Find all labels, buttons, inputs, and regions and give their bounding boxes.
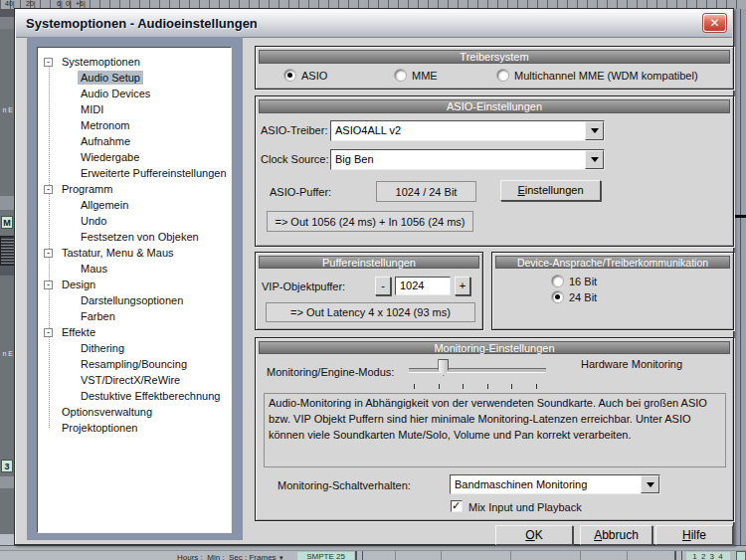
tree-item[interactable]: Projektoptionen bbox=[38, 420, 231, 436]
bit-depth-radio-option[interactable]: 24 Bit bbox=[552, 290, 597, 303]
switch-behavior-value[interactable]: Bandmaschinen Monitoring bbox=[451, 475, 641, 493]
track-fader[interactable] bbox=[0, 236, 15, 266]
radio-icon[interactable] bbox=[395, 70, 406, 81]
dialog-titlebar[interactable]: Systemoptionen - Audioeinstellungen ✕ bbox=[16, 10, 732, 38]
radio-icon[interactable] bbox=[497, 70, 508, 81]
tree-item[interactable]: - Tastatur, Menu & Maus bbox=[38, 245, 231, 261]
asio-latency-info: => Out 1056 (24 ms) + In 1056 (24 ms) bbox=[267, 211, 473, 232]
bit-depth-radio-option[interactable]: 16 Bit bbox=[552, 275, 597, 287]
radio-label[interactable]: 24 Bit bbox=[569, 291, 597, 303]
track-number-button[interactable]: 3 bbox=[1, 460, 13, 472]
tree-item-label[interactable]: Projektoptionen bbox=[59, 421, 140, 435]
buffer-settings-group: Puffereinstellungen VIP-Objektpuffer: - … bbox=[255, 252, 483, 330]
tree-item-label[interactable]: Festsetzen von Objeken bbox=[78, 230, 202, 244]
tree-item-label[interactable]: Audio Devices bbox=[78, 87, 153, 100]
radio-label[interactable]: Multichannel MME (WDM kompatibel) bbox=[514, 70, 698, 82]
chevron-down-icon[interactable] bbox=[585, 150, 604, 169]
tree-item-label[interactable]: Allgemein bbox=[78, 198, 131, 212]
asio-settings-button[interactable]: Einstellungen bbox=[500, 180, 601, 201]
tree-item[interactable]: - Systemoptionen bbox=[38, 54, 231, 70]
tree-item-label[interactable]: Resampling/Bouncing bbox=[78, 357, 190, 371]
tree-item-label[interactable]: VST/DirectX/ReWire bbox=[78, 373, 183, 387]
clock-source-label: Clock Source: bbox=[261, 153, 328, 165]
asio-driver-select[interactable]: ASIO4ALL v2 bbox=[330, 120, 605, 141]
tree-expander-icon[interactable]: - bbox=[44, 185, 53, 194]
chevron-down-icon[interactable] bbox=[641, 475, 659, 493]
radio-label[interactable]: 16 Bit bbox=[569, 276, 597, 287]
radio-icon[interactable] bbox=[284, 70, 295, 81]
mute-button[interactable]: M bbox=[1, 216, 13, 229]
slider-track[interactable] bbox=[409, 368, 546, 373]
tree-item[interactable]: Festsetzen von Objeken bbox=[38, 229, 231, 245]
tree-item[interactable]: Maus bbox=[38, 261, 231, 277]
tree-item[interactable]: Dithering bbox=[38, 340, 231, 356]
tree-item[interactable]: Resampling/Bouncing bbox=[38, 356, 231, 372]
tree-item[interactable]: Audio Setup bbox=[38, 70, 231, 86]
ok-button[interactable]: OK bbox=[495, 525, 573, 545]
track-band bbox=[0, 9, 14, 17]
mix-input-label[interactable]: Mix Input und Playback bbox=[468, 501, 582, 513]
tree-item-label[interactable]: MIDI bbox=[78, 102, 106, 116]
vip-buffer-field[interactable]: 1024 bbox=[395, 277, 451, 295]
tree-item[interactable]: MIDI bbox=[38, 101, 231, 117]
tree-item-label[interactable]: Audio Setup bbox=[78, 71, 143, 85]
tree-item-label[interactable]: Metronom bbox=[78, 118, 133, 132]
tree-expander-icon[interactable]: - bbox=[44, 249, 53, 258]
cancel-button[interactable]: Abbruch bbox=[580, 525, 653, 545]
tree-item-label[interactable]: Erweiterte Puffereinstellungen bbox=[78, 166, 230, 180]
tree-item-label[interactable]: Tastatur, Menu & Maus bbox=[59, 246, 177, 260]
tree-item[interactable]: - Effekte bbox=[38, 324, 231, 340]
tree-item[interactable]: Wiedergabe bbox=[38, 149, 231, 165]
radio-label[interactable]: MME bbox=[412, 70, 438, 82]
radio-label[interactable]: ASIO bbox=[301, 70, 327, 82]
tree-item-label[interactable]: Systemoptionen bbox=[59, 55, 143, 69]
tree-item-label[interactable]: Optionsverwaltung bbox=[59, 405, 155, 419]
clock-source-select[interactable]: Big Ben bbox=[330, 149, 605, 170]
tree-item[interactable]: Allgemein bbox=[38, 197, 231, 213]
buffer-increase-button[interactable]: + bbox=[455, 277, 470, 295]
switch-behavior-select[interactable]: Bandmaschinen Monitoring bbox=[450, 474, 660, 494]
tree-item[interactable]: Audio Devices bbox=[38, 86, 231, 101]
tree-item[interactable]: Farben bbox=[38, 308, 231, 324]
tree-item-label[interactable]: Design bbox=[59, 278, 98, 291]
tree-expander-icon[interactable]: - bbox=[44, 328, 53, 337]
buffer-decrease-button[interactable]: - bbox=[375, 277, 391, 295]
tree-item-label[interactable]: Destuktive Effektberechnung bbox=[78, 389, 223, 403]
tree-item-label[interactable]: Aufnahme bbox=[78, 134, 133, 148]
tree-item[interactable]: Optionsverwaltung bbox=[38, 404, 231, 420]
help-button[interactable]: Hilfe bbox=[655, 525, 733, 545]
tree-item[interactable]: - Programm bbox=[38, 181, 231, 197]
driver-radio-option[interactable]: Multichannel MME (WDM kompatibel) bbox=[497, 69, 698, 82]
tree-item[interactable]: Destuktive Effektberechnung bbox=[38, 388, 231, 404]
tree-item[interactable]: Aufnahme bbox=[38, 133, 231, 149]
mix-input-checkbox[interactable]: ✓ bbox=[451, 500, 463, 512]
tree-item[interactable]: Metronom bbox=[38, 117, 231, 133]
clock-source-value[interactable]: Big Ben bbox=[331, 150, 585, 169]
tree-item[interactable]: Erweiterte Puffereinstellungen bbox=[38, 165, 231, 181]
tree-item-label[interactable]: Dithering bbox=[78, 341, 127, 355]
tree-item-label[interactable]: Effekte bbox=[59, 325, 98, 339]
tree-item-label[interactable]: Darstellungsoptionen bbox=[78, 293, 186, 307]
tree-item[interactable]: - Design bbox=[38, 277, 231, 292]
tree-expander-icon[interactable]: - bbox=[44, 58, 53, 67]
smpte-badge[interactable]: SMPTE 25 bbox=[297, 552, 354, 560]
driver-radio-option[interactable]: MME bbox=[395, 69, 438, 82]
tree-item-label[interactable]: Maus bbox=[78, 262, 110, 276]
driver-radio-option[interactable]: ASIO bbox=[284, 69, 327, 82]
engine-mode-slider[interactable] bbox=[405, 358, 550, 390]
tree-item[interactable]: Undo bbox=[38, 213, 231, 229]
radio-icon[interactable] bbox=[552, 276, 563, 286]
chevron-down-icon[interactable] bbox=[585, 121, 604, 140]
radio-icon[interactable] bbox=[552, 291, 563, 302]
tree-item-label[interactable]: Farben bbox=[78, 309, 118, 323]
tree-expander-icon[interactable]: - bbox=[44, 280, 53, 289]
close-button[interactable]: ✕ bbox=[703, 14, 726, 32]
tree-item[interactable]: Darstellungsoptionen bbox=[38, 292, 231, 308]
asio-driver-value[interactable]: ASIO4ALL v2 bbox=[331, 121, 585, 140]
engine-mode-slider-thumb[interactable] bbox=[438, 359, 449, 376]
tree-item-label[interactable]: Undo bbox=[78, 214, 109, 228]
dialog-title: Systemoptionen - Audioeinstellungen bbox=[26, 10, 258, 37]
tree-item[interactable]: VST/DirectX/ReWire bbox=[38, 372, 231, 388]
tree-item-label[interactable]: Programm bbox=[59, 182, 115, 196]
tree-item-label[interactable]: Wiedergabe bbox=[78, 150, 142, 164]
